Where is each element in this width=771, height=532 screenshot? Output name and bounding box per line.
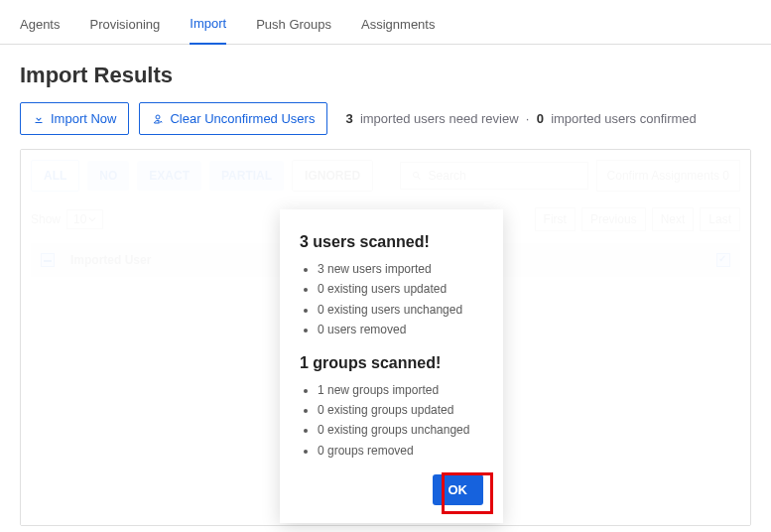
user-remove-icon — [152, 113, 164, 125]
users-scanned-title: 3 users scanned! — [300, 233, 483, 251]
list-item: 0 groups removed — [318, 441, 483, 461]
action-row: Import Now Clear Unconfirmed Users 3 imp… — [0, 102, 771, 149]
list-item: 0 existing users updated — [318, 279, 483, 299]
status-dot: · — [526, 111, 530, 126]
download-icon — [33, 113, 45, 125]
tab-agents[interactable]: Agents — [20, 7, 60, 44]
list-item: 0 users removed — [318, 320, 483, 339]
groups-scanned-list: 1 new groups imported 0 existing groups … — [300, 380, 483, 462]
clear-unconfirmed-label: Clear Unconfirmed Users — [170, 111, 315, 126]
users-scanned-list: 3 new users imported 0 existing users up… — [300, 259, 483, 340]
need-review-count: 3 — [345, 111, 352, 126]
confirmed-label: imported users confirmed — [551, 111, 697, 126]
clear-unconfirmed-button[interactable]: Clear Unconfirmed Users — [139, 102, 327, 135]
page-title: Import Results — [20, 63, 751, 88]
tab-push-groups[interactable]: Push Groups — [256, 7, 331, 44]
confirmed-count: 0 — [537, 111, 544, 126]
need-review-label: imported users need review — [360, 111, 519, 126]
tabs-bar: Agents Provisioning Import Push Groups A… — [0, 6, 771, 45]
list-item: 0 existing users unchanged — [318, 300, 483, 320]
import-now-button[interactable]: Import Now — [20, 102, 129, 135]
list-item: 0 existing groups unchanged — [318, 420, 483, 440]
tab-import[interactable]: Import — [190, 6, 226, 45]
import-status-text: 3 imported users need review · 0 importe… — [345, 111, 696, 126]
tab-assignments[interactable]: Assignments — [361, 7, 435, 44]
list-item: 3 new users imported — [318, 259, 483, 279]
ok-button[interactable]: OK — [433, 474, 484, 505]
groups-scanned-title: 1 groups scanned! — [300, 354, 483, 372]
tab-provisioning[interactable]: Provisioning — [89, 7, 160, 44]
import-now-label: Import Now — [51, 111, 116, 126]
list-item: 1 new groups imported — [318, 380, 483, 400]
list-item: 0 existing groups updated — [318, 400, 483, 420]
scan-results-modal: 3 users scanned! 3 new users imported 0 … — [280, 209, 503, 523]
